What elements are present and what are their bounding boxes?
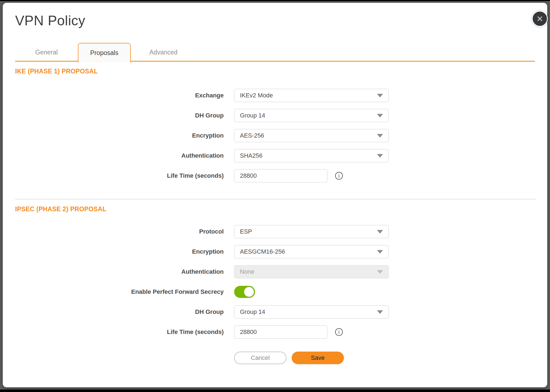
ipsec-authentication-label: Authentication [15,268,224,275]
encryption-select-value: AES-256 [240,132,264,139]
ipsec-dh-group-label: DH Group [15,308,224,316]
info-icon[interactable]: i [335,328,343,336]
ipsec-dh-group-row: DH Group Group 14 [15,305,535,319]
ipsec-authentication-row: Authentication None [15,265,535,278]
ipsec-encryption-select[interactable]: AESGCM16-256 [234,245,389,258]
life-time-label: Life Time (seconds) [15,172,224,179]
dh-group-select-value: Group 14 [240,112,265,119]
chevron-down-icon [377,230,383,234]
pfs-label: Enable Perfect Forward Secrecy [15,288,224,295]
chevron-down-icon [377,134,383,138]
protocol-row: Protocol ESP [15,225,535,238]
protocol-label: Protocol [15,228,224,235]
section-divider [15,199,536,199]
tab-general[interactable]: General [15,43,78,62]
life-time-input[interactable] [234,169,327,182]
ipsec-dh-group-select-value: Group 14 [240,308,265,316]
exchange-row: Exchange IKEv2 Mode [15,89,535,102]
ipsec-dh-group-select[interactable]: Group 14 [234,305,389,319]
tab-proposals[interactable]: Proposals [78,43,131,62]
chevron-down-icon [377,94,383,97]
authentication-select-value: SHA256 [240,152,262,159]
ipsec-encryption-label: Encryption [15,248,224,255]
ipsec-encryption-select-value: AESGCM16-256 [240,248,285,255]
ipsec-life-time-input[interactable] [234,325,327,339]
life-time-row: Life Time (seconds) i [15,169,535,182]
ipsec-phase2-fields: Protocol ESP Encryption AESGCM16-256 Aut… [15,225,535,339]
encryption-label: Encryption [15,132,224,139]
encryption-row: Encryption AES-256 [15,129,535,142]
tab-advanced[interactable]: Advanced [131,43,196,62]
dh-group-select[interactable]: Group 14 [234,109,389,122]
ike-phase1-heading: IKE (PHASE 1) PROPOSAL [15,68,535,75]
tab-bar: General Proposals Advanced [15,43,535,62]
dh-group-row: DH Group Group 14 [15,109,535,122]
exchange-select[interactable]: IKEv2 Mode [234,89,389,102]
authentication-label: Authentication [15,152,224,159]
authentication-select[interactable]: SHA256 [234,149,389,162]
save-button[interactable]: Save [292,352,344,364]
encryption-select[interactable]: AES-256 [234,129,389,142]
ipsec-encryption-row: Encryption AESGCM16-256 [15,245,535,258]
ipsec-life-time-row: Life Time (seconds) i [15,325,535,339]
ipsec-authentication-select-value: None [240,268,255,275]
authentication-row: Authentication SHA256 [15,149,535,162]
pfs-toggle[interactable] [234,286,255,298]
ipsec-phase2-heading: IPSEC (PHASE 2) PROPOSAL [15,205,535,213]
ike-phase1-fields: Exchange IKEv2 Mode DH Group Group 14 En… [15,89,535,182]
protocol-select-value: ESP [240,228,252,235]
dh-group-label: DH Group [15,112,224,119]
cancel-button[interactable]: Cancel [234,352,286,364]
close-icon[interactable]: ✕ [532,11,548,27]
chevron-down-icon [377,310,383,314]
ipsec-life-time-label: Life Time (seconds) [15,328,224,336]
chevron-down-icon [377,270,383,274]
protocol-select[interactable]: ESP [234,225,389,238]
page-title: VPN Policy [15,3,535,29]
exchange-label: Exchange [15,92,224,99]
chevron-down-icon [377,250,383,254]
chevron-down-icon [377,154,383,158]
ipsec-authentication-select: None [234,265,389,278]
chevron-down-icon [377,114,383,117]
exchange-select-value: IKEv2 Mode [240,92,273,99]
dialog-footer: Cancel Save [15,352,535,364]
pfs-row: Enable Perfect Forward Secrecy [15,285,535,298]
info-icon[interactable]: i [335,172,343,180]
pfs-toggle-knob [244,287,254,297]
vpn-policy-dialog: VPN Policy General Proposals Advanced IK… [3,3,547,387]
